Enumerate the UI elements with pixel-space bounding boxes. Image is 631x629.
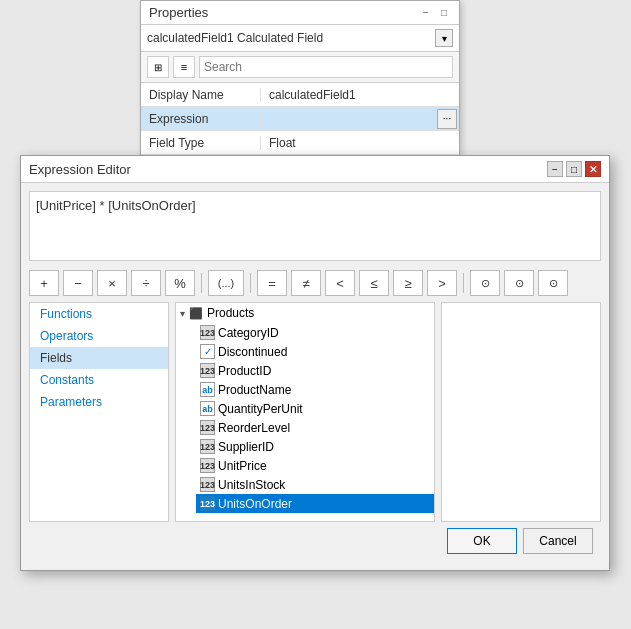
properties-titlebar: Properties − □ — [141, 1, 459, 25]
productname-item[interactable]: ab ProductName — [196, 380, 434, 399]
products-node[interactable]: ▾ ⬛ Products — [176, 303, 434, 323]
expression-editor-close-button[interactable]: ✕ — [585, 161, 601, 177]
unitprice-item[interactable]: 123 UnitPrice — [196, 456, 434, 475]
expression-editor-controls: − □ ✕ — [547, 161, 601, 177]
field-dropdown-value: calculatedField1 Calculated Field — [147, 31, 435, 45]
productname-label: ProductName — [218, 383, 291, 397]
expression-textarea[interactable] — [29, 191, 601, 261]
list-view-button[interactable]: ≡ — [173, 56, 195, 78]
less-than-operator-button[interactable]: < — [325, 270, 355, 296]
separator3 — [463, 273, 464, 293]
expression-editor-minimize-button[interactable]: − — [547, 161, 563, 177]
cancel-button[interactable]: Cancel — [523, 528, 593, 554]
ab-icon-quantityperunit: ab — [200, 401, 215, 416]
field-type-row: Field Type Float — [141, 131, 459, 155]
less-equal-operator-button[interactable]: ≤ — [359, 270, 389, 296]
display-name-row: Display Name calculatedField1 — [141, 83, 459, 107]
greater-equal-operator-button[interactable]: ≥ — [393, 270, 423, 296]
grid-view-button[interactable]: ⊞ — [147, 56, 169, 78]
reorderlevel-label: ReorderLevel — [218, 421, 290, 435]
or-operator-button[interactable]: ⊙ — [504, 270, 534, 296]
modulo-operator-button[interactable]: % — [165, 270, 195, 296]
operators-toolbar: + − × ÷ % (...) = ≠ < ≤ ≥ > ⊙ ⊙ ⊙ — [29, 264, 601, 302]
greater-than-operator-button[interactable]: > — [427, 270, 457, 296]
num-icon-unitsonorder: 123 — [200, 496, 215, 511]
unitsonorder-label: UnitsOnOrder — [218, 497, 292, 511]
properties-grid: Display Name calculatedField1 Expression… — [141, 83, 459, 155]
expression-row[interactable]: Expression ··· — [141, 107, 459, 131]
products-label: Products — [207, 306, 254, 320]
description-panel — [441, 302, 601, 522]
dropdown-arrow-icon[interactable]: ▾ — [435, 29, 453, 47]
expression-editor-titlebar: Expression Editor − □ ✕ — [21, 156, 609, 183]
table-icon: ⬛ — [188, 305, 204, 321]
discontinued-label: Discontinued — [218, 345, 287, 359]
expression-editor-restore-button[interactable]: □ — [566, 161, 582, 177]
not-operator-button[interactable]: ⊙ — [538, 270, 568, 296]
categoryid-label: CategoryID — [218, 326, 279, 340]
products-children: 123 CategoryID ✓ Discontinued 123 Produc… — [176, 323, 434, 513]
ok-button[interactable]: OK — [447, 528, 517, 554]
fields-tree-panel: ▾ ⬛ Products 123 CategoryID ✓ Discontinu… — [175, 302, 435, 522]
num-icon-supplierid: 123 — [200, 439, 215, 454]
productid-label: ProductID — [218, 364, 271, 378]
expression-editor-footer: OK Cancel — [29, 522, 601, 562]
field-dropdown[interactable]: calculatedField1 Calculated Field ▾ — [141, 25, 459, 52]
subtract-operator-button[interactable]: − — [63, 270, 93, 296]
unitprice-label: UnitPrice — [218, 459, 267, 473]
num-icon-reorderlevel: 123 — [200, 420, 215, 435]
parentheses-operator-button[interactable]: (...) — [208, 270, 244, 296]
fields-item[interactable]: Fields — [30, 347, 168, 369]
properties-minimize-button[interactable]: − — [419, 6, 433, 20]
ab-icon-productname: ab — [200, 382, 215, 397]
properties-controls: − □ — [419, 6, 451, 20]
expression-editor-dialog: Expression Editor − □ ✕ + − × ÷ % (...) … — [20, 155, 610, 571]
categoryid-item[interactable]: 123 CategoryID — [196, 323, 434, 342]
not-equal-operator-button[interactable]: ≠ — [291, 270, 321, 296]
expression-editor-body: + − × ÷ % (...) = ≠ < ≤ ≥ > ⊙ ⊙ ⊙ Functi… — [21, 183, 609, 570]
unitsinstock-label: UnitsInStock — [218, 478, 285, 492]
constants-item[interactable]: Constants — [30, 369, 168, 391]
properties-toolbar: ⊞ ≡ — [141, 52, 459, 83]
supplierid-label: SupplierID — [218, 440, 274, 454]
divide-operator-button[interactable]: ÷ — [131, 270, 161, 296]
expr-panels: Functions Operators Fields Constants Par… — [29, 302, 601, 522]
discontinued-item[interactable]: ✓ Discontinued — [196, 342, 434, 361]
properties-search-input[interactable] — [199, 56, 453, 78]
num-icon-productid: 123 — [200, 363, 215, 378]
functions-item[interactable]: Functions — [30, 303, 168, 325]
field-type-value: Float — [261, 136, 459, 150]
unitsonorder-item[interactable]: 123 UnitsOnOrder — [196, 494, 434, 513]
reorderlevel-item[interactable]: 123 ReorderLevel — [196, 418, 434, 437]
unitsinstock-item[interactable]: 123 UnitsInStock — [196, 475, 434, 494]
properties-restore-button[interactable]: □ — [437, 6, 451, 20]
separator1 — [201, 273, 202, 293]
and-operator-button[interactable]: ⊙ — [470, 270, 500, 296]
num-icon-categoryid: 123 — [200, 325, 215, 340]
properties-title: Properties — [149, 5, 208, 20]
expression-edit-button[interactable]: ··· — [437, 109, 457, 129]
num-icon-unitsinstock: 123 — [200, 477, 215, 492]
display-name-label: Display Name — [141, 88, 261, 102]
collapse-icon: ▾ — [180, 308, 185, 319]
multiply-operator-button[interactable]: × — [97, 270, 127, 296]
expression-editor-title: Expression Editor — [29, 162, 131, 177]
check-icon-discontinued: ✓ — [200, 344, 215, 359]
quantityperunit-item[interactable]: ab QuantityPerUnit — [196, 399, 434, 418]
quantityperunit-label: QuantityPerUnit — [218, 402, 303, 416]
display-name-value: calculatedField1 — [261, 88, 459, 102]
separator2 — [250, 273, 251, 293]
equal-operator-button[interactable]: = — [257, 270, 287, 296]
parameters-item[interactable]: Parameters — [30, 391, 168, 413]
properties-panel: Properties − □ calculatedField1 Calculat… — [140, 0, 460, 156]
add-operator-button[interactable]: + — [29, 270, 59, 296]
operators-item[interactable]: Operators — [30, 325, 168, 347]
num-icon-unitprice: 123 — [200, 458, 215, 473]
expression-label: Expression — [141, 112, 261, 126]
productid-item[interactable]: 123 ProductID — [196, 361, 434, 380]
field-type-label: Field Type — [141, 136, 261, 150]
supplierid-item[interactable]: 123 SupplierID — [196, 437, 434, 456]
category-panel: Functions Operators Fields Constants Par… — [29, 302, 169, 522]
